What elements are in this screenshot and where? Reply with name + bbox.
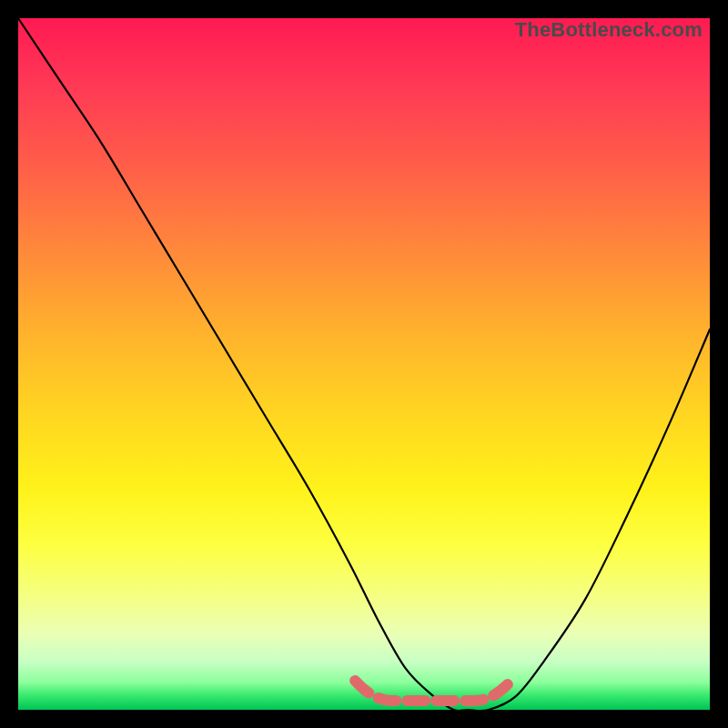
- flat-region-marker: [355, 681, 511, 701]
- bottleneck-curve-path: [18, 18, 710, 711]
- chart-frame: TheBottleneck.com: [18, 18, 710, 710]
- chart-svg: [18, 18, 710, 710]
